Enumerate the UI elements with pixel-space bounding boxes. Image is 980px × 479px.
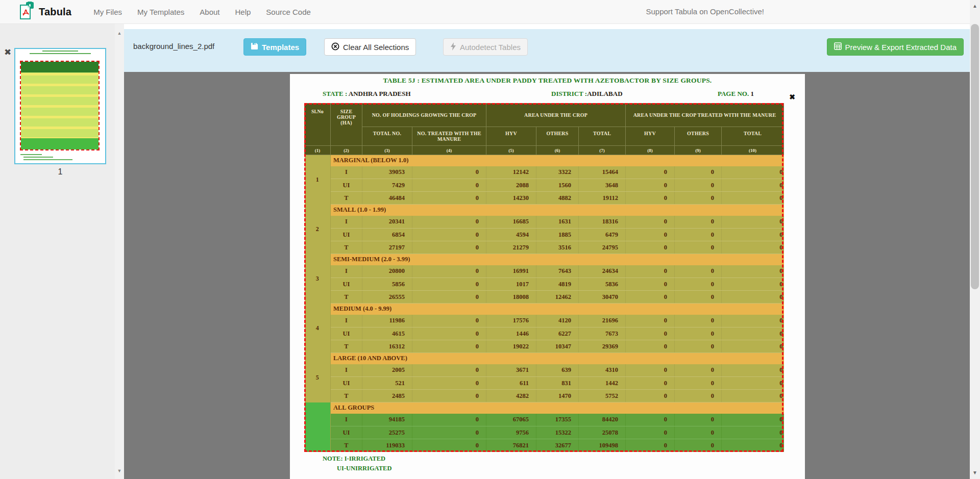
sidebar-page-list: ✖ 1 (0, 24, 115, 479)
thumb-table-body (21, 73, 99, 138)
nav-item-my-templates[interactable]: My Templates (130, 8, 192, 16)
clear-all-selections-button[interactable]: Clear All Selections (324, 38, 416, 56)
pdf-table-title: TABLE 5J : ESTIMATED AREA UNDER PADDY TR… (290, 77, 805, 85)
sidebar-scrollbar[interactable]: ▲ ▼ (115, 24, 124, 479)
state-value: ANDHRA PRADESH (349, 90, 411, 97)
selection-close-icon[interactable]: ✖ (788, 93, 796, 102)
thumb-selection-overlay (20, 61, 100, 150)
thumb-table-footer (21, 138, 99, 149)
active-filename: background_lines_2.pdf (133, 42, 214, 51)
nav-item-help[interactable]: Help (227, 8, 258, 16)
thumb-title-line (42, 51, 78, 52)
pdf-district-line: DISTRICT :ADILABAD (551, 90, 623, 98)
brand-title[interactable]: Tabula (39, 6, 71, 18)
nav-item-my-files[interactable]: My Files (86, 8, 130, 16)
brand[interactable]: Tabula (19, 2, 71, 22)
lightning-bolt-icon (450, 42, 456, 52)
table-selection-box[interactable] (304, 103, 783, 452)
templates-button-label: Templates (262, 43, 299, 52)
navbar: Tabula My Files My Templates About Help … (0, 0, 980, 24)
tabula-logo-icon (19, 2, 35, 22)
page-number-label: 1 (14, 167, 106, 177)
autodetect-tables-button[interactable]: Autodetect Tables (443, 38, 528, 56)
pdf-page[interactable]: TABLE 5J : ESTIMATED AREA UNDER PADDY TR… (290, 74, 805, 479)
main-area: background_lines_2.pdf Templates Clear A… (124, 24, 970, 479)
thumb-note-line (23, 157, 53, 158)
remove-page-icon[interactable]: ✖ (3, 47, 13, 58)
scroll-down-icon[interactable]: ▼ (970, 469, 980, 477)
page-thumbnail[interactable] (14, 48, 106, 164)
scrollbar-thumb[interactable] (971, 24, 979, 289)
page-scrollbar[interactable]: ▲ ▼ (970, 0, 980, 479)
scroll-up-icon[interactable]: ▲ (115, 29, 124, 37)
table-icon (834, 42, 842, 52)
nav-item-source-code[interactable]: Source Code (258, 8, 318, 16)
thumb-note-line (23, 159, 72, 160)
pdf-pageno-line: PAGE NO. 1 (718, 90, 754, 98)
state-label: STATE : (323, 90, 347, 97)
save-template-icon (251, 42, 258, 52)
clear-button-label: Clear All Selections (343, 43, 409, 52)
pdf-note-line1: NOTE: I-IRRIGATED (323, 455, 385, 463)
district-label: DISTRICT : (551, 90, 587, 97)
pageno-value: 1 (750, 90, 754, 97)
export-button-label: Preview & Export Extracted Data (845, 43, 957, 52)
pdf-note-line2: UI-UNIRRIGATED (337, 465, 391, 472)
clear-circle-x-icon (331, 42, 339, 52)
thumb-subtitle-line (30, 53, 91, 54)
district-value: ADILABAD (587, 90, 622, 97)
nav-menu: My Files My Templates About Help Source … (86, 8, 318, 16)
templates-button[interactable]: Templates (243, 38, 306, 56)
autodetect-button-label: Autodetect Tables (460, 43, 521, 52)
toolbar: background_lines_2.pdf Templates Clear A… (124, 29, 970, 72)
support-link[interactable]: Support Tabula on OpenCollective! (646, 7, 764, 16)
pdf-viewer-background: TABLE 5J : ESTIMATED AREA UNDER PADDY TR… (124, 72, 970, 479)
scroll-down-icon[interactable]: ▼ (115, 467, 124, 475)
pageno-label: PAGE NO. (718, 90, 749, 97)
preview-export-button[interactable]: Preview & Export Extracted Data (827, 38, 964, 56)
thumb-table-header (21, 62, 99, 73)
scroll-up-icon[interactable]: ▲ (970, 2, 980, 10)
thumb-note-line (20, 154, 42, 155)
nav-item-about[interactable]: About (192, 8, 227, 16)
pdf-state-line: STATE : ANDHRA PRADESH (323, 90, 411, 98)
